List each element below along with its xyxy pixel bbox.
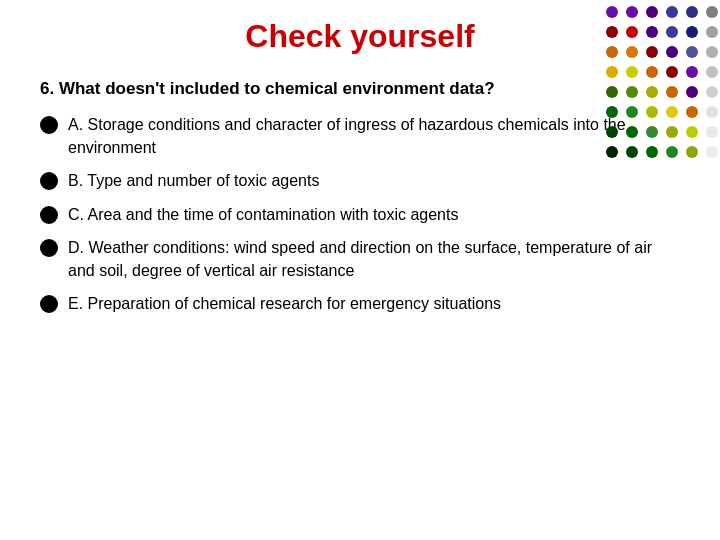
decorative-dot [646,106,658,118]
decorative-dot [606,126,618,138]
answer-text-c: C. Area and the time of contamination wi… [68,203,680,226]
decorative-dot [626,86,638,98]
decorative-dot [626,146,638,158]
decorative-dot [666,26,678,38]
decorative-dot [666,66,678,78]
decorative-dot [706,106,718,118]
decorative-dot [646,66,658,78]
decorative-dot [666,126,678,138]
decorative-dot [666,6,678,18]
decorative-dot [686,106,698,118]
decorative-dot [686,6,698,18]
answer-text-d: D. Weather conditions: wind speed and di… [68,236,680,282]
decorative-dot [706,6,718,18]
decorative-dot [626,106,638,118]
decorative-dot [706,86,718,98]
bullet-icon [40,116,58,134]
decorative-dot [606,146,618,158]
decorative-dot [706,126,718,138]
answer-text-a: A. Storage conditions and character of i… [68,113,680,159]
decorative-dot [626,126,638,138]
answer-item-e: E. Preparation of chemical research for … [40,292,680,315]
answer-list: A. Storage conditions and character of i… [40,113,680,315]
bullet-icon [40,295,58,313]
decorative-dot [626,26,638,38]
decorative-dot [646,26,658,38]
answer-item-c: C. Area and the time of contamination wi… [40,203,680,226]
decorative-dot [686,146,698,158]
decorative-dot [626,46,638,58]
decorative-dot [686,26,698,38]
decorative-dot [646,86,658,98]
bullet-icon [40,239,58,257]
decorative-dot [626,66,638,78]
decorative-dot [606,26,618,38]
decorative-dot [666,146,678,158]
decorative-dot [686,66,698,78]
decorative-dot-grid [600,0,720,160]
bullet-icon [40,206,58,224]
decorative-dot [646,126,658,138]
decorative-dot [606,66,618,78]
decorative-dot [606,46,618,58]
decorative-dot [646,146,658,158]
decorative-dot [686,46,698,58]
decorative-dot [666,106,678,118]
decorative-dot [646,46,658,58]
decorative-dot [686,86,698,98]
decorative-dot [706,146,718,158]
decorative-dot [706,26,718,38]
decorative-dot [666,46,678,58]
decorative-dot [606,6,618,18]
decorative-dot [606,106,618,118]
answer-text-e: E. Preparation of chemical research for … [68,292,680,315]
decorative-dot [646,6,658,18]
decorative-dot [606,86,618,98]
answer-item-a: A. Storage conditions and character of i… [40,113,680,159]
answer-item-d: D. Weather conditions: wind speed and di… [40,236,680,282]
decorative-dot [626,6,638,18]
decorative-dot [666,86,678,98]
question-text: 6. What doesn't included to chemical env… [40,79,680,99]
decorative-dot [706,66,718,78]
bullet-icon [40,172,58,190]
answer-item-b: B. Type and number of toxic agents [40,169,680,192]
decorative-dot [706,46,718,58]
answer-text-b: B. Type and number of toxic agents [68,169,680,192]
decorative-dot [686,126,698,138]
